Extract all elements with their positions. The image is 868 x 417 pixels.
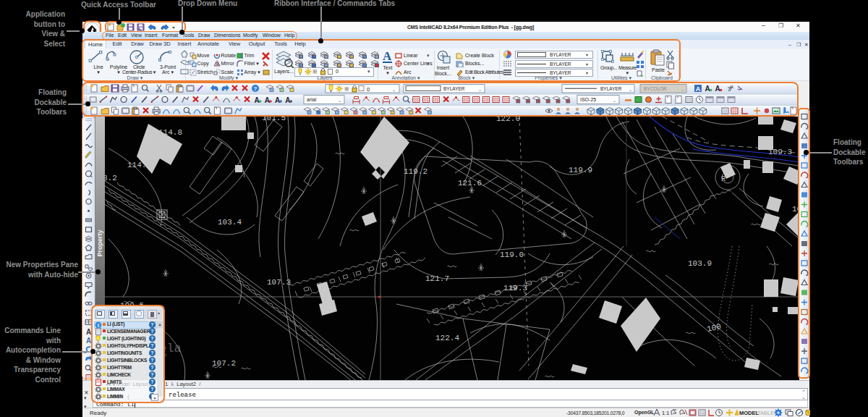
svg-text:122.0: 122.0 — [496, 117, 520, 123]
svg-text:119.3: 119.3 — [503, 284, 527, 292]
svg-text:103.9: 103.9 — [688, 259, 712, 268]
svg-text:119.2: 119.2 — [404, 167, 427, 176]
svg-text:107.3: 107.3 — [267, 278, 291, 287]
svg-text:107.2: 107.2 — [212, 359, 236, 368]
svg-text:121.6: 121.6 — [458, 179, 482, 188]
svg-text:119.0: 119.0 — [500, 250, 524, 259]
svg-text:101.5: 101.5 — [262, 117, 286, 122]
svg-text:121.7: 121.7 — [425, 274, 449, 283]
svg-text:119.9: 119.9 — [569, 166, 592, 174]
svg-text:109.3: 109.3 — [768, 148, 792, 156]
svg-text:122.4: 122.4 — [435, 334, 459, 342]
svg-text:1:1: 1:1 — [662, 410, 669, 416]
svg-text:R: R — [721, 175, 726, 183]
svg-text:114.9: 114.9 — [127, 161, 151, 169]
svg-text:103.4: 103.4 — [218, 218, 242, 227]
svg-text:8.2: 8.2 — [105, 174, 117, 182]
svg-text:114.8: 114.8 — [158, 128, 182, 137]
